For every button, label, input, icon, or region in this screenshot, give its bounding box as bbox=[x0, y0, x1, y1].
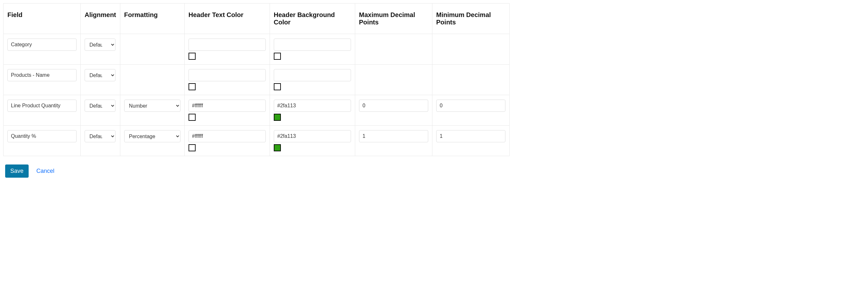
header-text-color-swatch[interactable] bbox=[189, 53, 196, 60]
max-decimal-input[interactable] bbox=[359, 130, 428, 142]
col-header-formatting: Formatting bbox=[120, 4, 184, 34]
col-header-min-dp: Minimum Decimal Points bbox=[432, 4, 509, 34]
alignment-select[interactable]: Default bbox=[85, 130, 116, 142]
formatting-table: Field Alignment Formatting Header Text C… bbox=[3, 3, 509, 156]
alignment-select[interactable]: Default bbox=[85, 69, 116, 81]
header-bg-color-swatch[interactable] bbox=[274, 144, 281, 151]
form-actions: Save Cancel bbox=[3, 164, 865, 178]
col-header-htc: Header Text Color bbox=[184, 4, 270, 34]
field-input[interactable] bbox=[7, 69, 76, 81]
header-bg-color-input[interactable] bbox=[274, 100, 351, 112]
table-row: DefaultNumber bbox=[4, 95, 509, 125]
field-input[interactable] bbox=[7, 39, 76, 51]
header-bg-color-swatch[interactable] bbox=[274, 114, 281, 121]
header-text-color-input[interactable] bbox=[189, 130, 266, 142]
field-input[interactable] bbox=[7, 130, 76, 142]
formatting-select[interactable]: Percentage bbox=[124, 130, 181, 142]
col-header-field: Field bbox=[4, 4, 81, 34]
header-bg-color-input[interactable] bbox=[274, 69, 351, 81]
header-bg-color-swatch[interactable] bbox=[274, 83, 281, 90]
alignment-select[interactable]: Default bbox=[85, 39, 116, 51]
table-header-row: Field Alignment Formatting Header Text C… bbox=[4, 4, 509, 34]
header-bg-color-input[interactable] bbox=[274, 39, 351, 51]
header-text-color-swatch[interactable] bbox=[189, 83, 196, 90]
formatting-select[interactable]: Number bbox=[124, 100, 181, 112]
table-row: DefaultPercentage bbox=[4, 125, 509, 156]
alignment-select[interactable]: Default bbox=[85, 100, 116, 112]
header-text-color-input[interactable] bbox=[189, 69, 266, 81]
col-header-alignment: Alignment bbox=[81, 4, 120, 34]
header-text-color-swatch[interactable] bbox=[189, 114, 196, 121]
table-row: Default bbox=[4, 65, 509, 95]
max-decimal-input[interactable] bbox=[359, 100, 428, 112]
min-decimal-input[interactable] bbox=[436, 100, 505, 112]
save-button[interactable]: Save bbox=[5, 164, 29, 178]
header-text-color-swatch[interactable] bbox=[189, 144, 196, 151]
header-bg-color-input[interactable] bbox=[274, 130, 351, 142]
header-text-color-input[interactable] bbox=[189, 100, 266, 112]
col-header-hbc: Header Background Color bbox=[270, 4, 355, 34]
header-bg-color-swatch[interactable] bbox=[274, 53, 281, 60]
min-decimal-input[interactable] bbox=[436, 130, 505, 142]
field-input[interactable] bbox=[7, 100, 76, 112]
header-text-color-input[interactable] bbox=[189, 39, 266, 51]
table-row: Default bbox=[4, 34, 509, 65]
col-header-max-dp: Maximum Decimal Points bbox=[355, 4, 432, 34]
cancel-link[interactable]: Cancel bbox=[36, 168, 54, 175]
